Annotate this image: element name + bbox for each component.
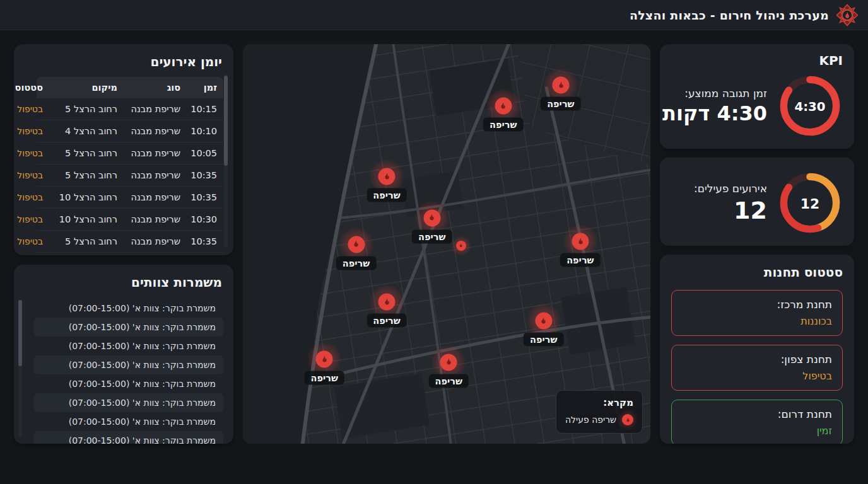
fire-marker[interactable]: שריפה [495, 98, 512, 115]
shift-label: משמרת בוקר: צוות א' (07:00-15:00) [69, 360, 216, 370]
column-header-location: מיקום [43, 83, 117, 93]
main-layout: KPI 4:30 זמן תגובה ממוצע: 4:30 דקות [0, 30, 868, 458]
shift-label: משמרת בוקר: צוות א' (07:00-15:00) [69, 341, 216, 351]
event-type-cell: שריפת מבנה [117, 104, 180, 114]
fire-icon [535, 313, 552, 330]
fire-marker-label: שריפה [541, 97, 581, 111]
events-scrollbar[interactable] [224, 74, 228, 248]
event-time-cell: 10:35 [180, 236, 217, 246]
event-log-table: זמן סוג מיקום סטטוס 10:15 שריפת מבנה רחו… [37, 77, 223, 253]
stations-title: סטטוס תחנות [671, 265, 843, 280]
shift-label: משמרת בוקר: צוות א' (07:00-15:00) [69, 417, 216, 427]
fire-marker[interactable]: שריפה [378, 293, 396, 310]
shifts-scrollbar-thumb[interactable] [18, 300, 22, 366]
shift-label: משמרת בוקר: צוות א' (07:00-15:00) [69, 398, 216, 408]
response-time-text: זמן תגובה ממוצע: 4:30 דקות [660, 87, 767, 125]
table-row[interactable]: 10:35 שריפת מבנה רחוב הרצל 10 בטיפול [37, 187, 223, 209]
fire-marker[interactable]: שריפה [316, 351, 333, 368]
active-events-label: אירועים פעילים: [674, 182, 767, 195]
shifts-scrollbar[interactable] [18, 300, 22, 437]
shift-row[interactable]: משמרת בוקר: צוות א' (07:00-15:00) [34, 412, 223, 431]
active-fire-legend-icon [622, 414, 633, 425]
events-scrollbar-thumb[interactable] [224, 76, 228, 166]
fire-marker[interactable]: שריפה [440, 354, 457, 371]
fire-marker-label: שריפה [304, 371, 344, 385]
fire-marker-label: שריפה [560, 253, 601, 267]
team-shifts-panel: משמרות צוותים משמרת בוקר: צוות א' (07:00… [14, 265, 233, 444]
shift-row[interactable]: משמרת בוקר: צוות א' (07:00-15:00) [34, 318, 223, 337]
gauge-center-value: 12 [801, 196, 819, 212]
shift-row[interactable]: משמרת בוקר: צוות א' (07:00-15:00) [34, 374, 223, 393]
shift-row[interactable]: משמרת בוקר: צוות א' (07:00-15:00) [34, 299, 223, 318]
kpi-response-card: KPI 4:30 זמן תגובה ממוצע: 4:30 דקות [660, 44, 854, 149]
shift-row[interactable]: משמרת בוקר: צוות א' (07:00-15:00) [34, 355, 223, 374]
map-legend: מקרא: שריפה פעילה [556, 390, 643, 434]
event-time-cell: 10:15 [180, 104, 217, 114]
event-type-cell: שריפת מבנה [117, 170, 180, 180]
event-status-cell: בטיפול [17, 236, 43, 246]
fire-icon [572, 233, 589, 250]
fire-marker[interactable] [456, 241, 466, 251]
table-row[interactable]: 10:05 שריפת מבנה רחוב הרצל 5 בטיפול [37, 142, 223, 164]
team-shifts-title: משמרות צוותים [25, 275, 222, 290]
fire-marker-label: שריפה [336, 256, 377, 270]
station-status: זמין [682, 425, 832, 437]
event-status-cell: בטיפול [17, 170, 43, 180]
fire-marker[interactable]: שריפה [552, 77, 569, 94]
event-status-cell: בטיפול [17, 104, 43, 114]
table-row[interactable]: 10:35 שריפת מבנה רחוב הרצל 5 בטיפול [37, 231, 223, 253]
event-location-cell: רחוב הרצל 10 [43, 214, 117, 224]
shift-label: משמרת בוקר: צוות א' (07:00-15:00) [69, 379, 216, 389]
gauge-center-value: 4:30 [794, 100, 825, 114]
fire-icon [552, 77, 569, 94]
fire-icon [495, 98, 512, 115]
response-time-value: 4:30 דקות [662, 101, 767, 125]
event-status-cell: בטיפול [17, 126, 43, 136]
table-row[interactable]: 10:35 שריפת מבנה רחוב הרצל 5 בטיפול [37, 164, 223, 187]
station-status: בכוננות [682, 315, 832, 327]
fire-marker[interactable]: שריפה [348, 236, 365, 253]
event-type-cell: שריפת מבנה [117, 126, 180, 136]
station-card[interactable]: תחנת מרכז: בכוננות [671, 290, 843, 336]
station-card[interactable]: תחנת צפון: בטיפול [671, 345, 843, 391]
event-type-cell: שריפת מבנה [117, 192, 180, 202]
city-map[interactable]: שריפה שריפה שריפה [243, 44, 650, 444]
shift-row[interactable]: משמרת בוקר: צוות א' (07:00-15:00) [34, 393, 223, 412]
station-status: בטיפול [682, 370, 832, 382]
kpi-column: KPI 4:30 זמן תגובה ממוצע: 4:30 דקות [660, 44, 854, 444]
fire-marker[interactable]: שריפה [423, 209, 440, 226]
shift-row[interactable]: משמרת בוקר: צוות א' (07:00-15:00) [34, 431, 223, 444]
fire-icon [456, 241, 466, 251]
event-location-cell: רחוב הרצל 5 [43, 236, 117, 246]
fire-marker[interactable]: שריפה [572, 233, 589, 250]
active-events-value: 12 [674, 197, 767, 224]
fire-marker[interactable]: שריפה [378, 168, 396, 185]
table-row[interactable]: 10:10 שריפת מבנה רחוב הרצל 4 בטיפול [37, 120, 223, 142]
shift-row[interactable]: משמרת בוקר: צוות א' (07:00-15:00) [34, 337, 223, 355]
station-card[interactable]: תחנת דרום: זמין [671, 400, 843, 444]
event-location-cell: רחוב הרצל 5 [43, 170, 117, 180]
app-header: מערכת ניהול חירום - כבאות והצלה [0, 0, 868, 30]
event-location-cell: רחוב הרצל 4 [43, 126, 117, 136]
event-location-cell: רחוב הרצל 10 [43, 192, 117, 202]
column-header-type: סוג [117, 83, 180, 93]
response-time-gauge: 4:30 [777, 73, 843, 139]
fire-icon [316, 351, 333, 368]
event-location-cell: רחוב הרצל 5 [43, 148, 117, 158]
column-header-time: זמן [180, 83, 217, 93]
active-events-gauge: 12 [777, 170, 843, 236]
shift-label: משמרת בוקר: צוות א' (07:00-15:00) [69, 435, 216, 444]
fire-icon [440, 354, 457, 371]
fire-icon [348, 236, 365, 253]
event-time-cell: 10:30 [180, 214, 217, 224]
event-type-cell: שריפת מבנה [117, 236, 180, 246]
events-column: יומן אירועים זמן סוג מיקום סטטוס 10:15 ש… [14, 44, 233, 444]
fire-department-logo-icon [835, 3, 859, 27]
table-row[interactable]: 10:30 שריפת מבנה רחוב הרצל 10 בטיפול [37, 209, 223, 231]
fire-marker-label: שריפה [428, 374, 469, 388]
table-row[interactable]: 10:15 שריפת מבנה רחוב הרצל 5 בטיפול [37, 98, 223, 120]
shift-label: משמרת בוקר: צוות א' (07:00-15:00) [69, 322, 216, 332]
page-title: מערכת ניהול חירום - כבאות והצלה [630, 8, 829, 22]
fire-marker[interactable]: שריפה [535, 313, 552, 330]
event-type-cell: שריפת מבנה [117, 214, 180, 224]
